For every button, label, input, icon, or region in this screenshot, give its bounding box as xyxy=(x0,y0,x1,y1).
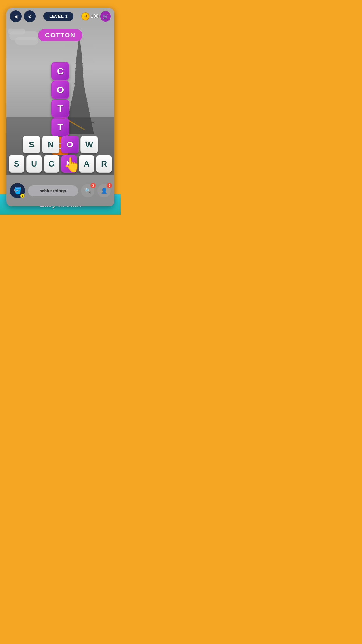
svg-rect-7 xyxy=(74,83,84,85)
key-w[interactable]: W xyxy=(80,136,98,153)
svg-marker-8 xyxy=(75,58,84,83)
profile-icon: 👤 xyxy=(101,188,107,194)
svg-rect-12 xyxy=(75,63,83,64)
category-text: White things xyxy=(40,188,66,193)
bottom-bar: 🪣 2 White things 🔍 3 👤 3 xyxy=(6,175,114,206)
key-s2[interactable]: S xyxy=(9,155,24,173)
bucket-count: 2 xyxy=(20,194,24,198)
keyboard-row-2: S U G N A R xyxy=(9,155,112,173)
svg-rect-4 xyxy=(71,102,88,103)
coin-count: 100 xyxy=(91,14,99,19)
selected-tile-o1: O xyxy=(51,81,69,99)
coin-display: M 100 xyxy=(81,12,99,20)
key-r[interactable]: R xyxy=(96,155,112,173)
settings-icon: ⚙ xyxy=(28,14,32,19)
keyboard-row-1: S N O W xyxy=(9,136,112,153)
profile-hint-button[interactable]: 👤 3 xyxy=(97,184,111,197)
key-o[interactable]: O xyxy=(61,136,79,153)
profile-hint-badge: 3 xyxy=(107,183,112,188)
svg-rect-6 xyxy=(74,88,85,95)
search-hint-button[interactable]: 🔍 3 xyxy=(81,184,94,197)
svg-rect-10 xyxy=(75,73,84,74)
svg-rect-9 xyxy=(75,78,84,78)
key-u[interactable]: U xyxy=(26,155,42,173)
word-text: COTTON xyxy=(45,32,75,39)
back-icon: ◀ xyxy=(14,14,17,19)
search-icon: 🔍 xyxy=(85,188,91,194)
key-n2[interactable]: N xyxy=(61,155,77,173)
level-badge: LEVEL 1 xyxy=(43,12,74,21)
selected-tile-c: C xyxy=(51,62,69,80)
category-label: White things xyxy=(28,186,78,196)
svg-rect-11 xyxy=(75,68,83,69)
keyboard-area: S N O W S U G N A R xyxy=(6,136,114,174)
cart-icon: 🛒 xyxy=(103,14,108,19)
word-badge: COTTON xyxy=(38,29,82,41)
key-n[interactable]: N xyxy=(42,136,59,153)
level-label: LEVEL 1 xyxy=(49,14,68,19)
header-right-controls: M 100 🛒 xyxy=(81,11,111,22)
key-s[interactable]: S xyxy=(23,136,40,153)
header-left-controls: ◀ ⚙ xyxy=(10,10,36,22)
game-container: ◀ ⚙ LEVEL 1 M 100 🛒 COTTON C O T T O xyxy=(6,8,114,206)
selected-tile-t2: T xyxy=(51,118,69,136)
header: ◀ ⚙ LEVEL 1 M 100 🛒 xyxy=(6,8,114,24)
key-g[interactable]: G xyxy=(44,155,59,173)
bucket-icon: 🪣 xyxy=(14,187,22,195)
bucket-button[interactable]: 🪣 2 xyxy=(10,183,25,198)
search-hint-badge: 3 xyxy=(90,183,96,188)
coin-icon: M xyxy=(81,12,89,20)
back-button[interactable]: ◀ xyxy=(10,10,22,22)
svg-rect-3 xyxy=(68,112,90,113)
selected-tile-t1: T xyxy=(51,99,69,118)
key-a[interactable]: A xyxy=(79,155,94,173)
settings-button[interactable]: ⚙ xyxy=(24,10,36,22)
cart-button[interactable]: 🛒 xyxy=(100,11,111,22)
